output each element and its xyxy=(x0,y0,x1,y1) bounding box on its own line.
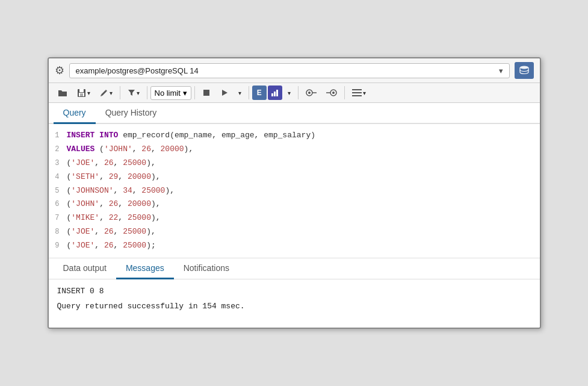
edit-button[interactable]: ▾ xyxy=(96,86,117,99)
code-line: 1INSERT INTO emp_record(emp_name, emp_ag… xyxy=(49,129,540,143)
execute-dropdown-button[interactable]: ▾ xyxy=(234,87,246,99)
line-number: 2 xyxy=(49,144,67,155)
line-number: 6 xyxy=(49,199,67,210)
code-line: 9('JOE', 26, 25000); xyxy=(49,239,540,253)
connection-string: example/postgres@PostgreSQL 14 xyxy=(76,66,199,75)
line-number: 1 xyxy=(49,130,67,142)
code-content: ('SETH', 29, 20000), xyxy=(67,171,161,184)
line-number: 5 xyxy=(49,185,67,197)
code-content: ('JOE', 26, 25000), xyxy=(67,226,156,238)
open-file-button[interactable] xyxy=(54,86,72,99)
code-line: 3('JOE', 26, 25000), xyxy=(49,157,540,170)
svg-rect-15 xyxy=(352,92,362,93)
code-line: 4('SETH', 29, 20000), xyxy=(49,170,540,184)
code-content: INSERT INTO emp_record(emp_name, emp_age… xyxy=(67,129,315,142)
svg-rect-14 xyxy=(352,89,362,90)
line-number: 4 xyxy=(49,172,67,183)
chevron-down-icon: ▾ xyxy=(499,66,503,75)
tab-notifications[interactable]: Notifications xyxy=(174,258,239,279)
code-line: 5('JOHNSON', 34, 25000), xyxy=(49,184,540,198)
explain-label: E xyxy=(257,89,262,97)
svg-point-11 xyxy=(308,92,311,94)
tab-data-output[interactable]: Data output xyxy=(54,258,116,279)
svg-rect-16 xyxy=(352,95,362,96)
output-line: Query returned successfully in 154 msec. xyxy=(57,302,531,311)
code-content: ('JOHN', 26, 20000), xyxy=(67,198,161,211)
svg-point-13 xyxy=(332,92,335,94)
line-number: 9 xyxy=(49,240,67,252)
explain-analyze-button[interactable] xyxy=(268,86,282,100)
tab-query-history[interactable]: Query History xyxy=(96,103,167,124)
query-tabs-row: Query Query History xyxy=(49,103,540,124)
edit-dropdown-icon: ▾ xyxy=(110,90,113,96)
tab-query[interactable]: Query xyxy=(54,103,96,124)
svg-rect-8 xyxy=(274,92,276,96)
execute-button[interactable] xyxy=(216,86,233,99)
explain-button[interactable]: E xyxy=(252,86,267,100)
code-content: ('JOE', 26, 25000); xyxy=(67,240,156,252)
separator-6 xyxy=(344,86,345,99)
limit-dropdown-icon: ▾ xyxy=(183,89,187,98)
svg-rect-9 xyxy=(276,90,278,96)
code-content: VALUES ('JOHN', 26, 20000), xyxy=(67,143,194,156)
connection-bar: ⚙ example/postgres@PostgreSQL 14 ▾ xyxy=(49,58,540,83)
code-line: 7('MIKE', 22, 25000), xyxy=(49,211,540,225)
code-editor[interactable]: 1INSERT INTO emp_record(emp_name, emp_ag… xyxy=(49,124,540,258)
execute-chevron-icon: ▾ xyxy=(238,90,241,96)
separator-2 xyxy=(147,86,147,99)
filter-dropdown-icon: ▾ xyxy=(137,90,140,96)
separator-1 xyxy=(120,86,120,99)
line-number: 3 xyxy=(49,158,67,169)
svg-rect-5 xyxy=(203,90,209,96)
toolbar: ▾ ▾ ▾ No limit ▾ ▾ E xyxy=(49,83,540,103)
svg-rect-4 xyxy=(80,93,83,96)
code-content: ('MIKE', 22, 25000), xyxy=(67,212,161,225)
output-line: INSERT 0 8 xyxy=(57,287,531,296)
svg-point-0 xyxy=(520,66,528,69)
result-tabs-row: Data output Messages Notifications xyxy=(49,258,540,279)
svg-marker-6 xyxy=(222,90,227,96)
svg-rect-2 xyxy=(79,89,84,92)
connection-icon: ⚙ xyxy=(55,64,64,77)
limit-label: No limit xyxy=(155,89,181,98)
code-content: ('JOE', 26, 25000), xyxy=(67,157,156,170)
code-content: ('JOHNSON', 34, 25000), xyxy=(67,185,175,198)
code-line: 2VALUES ('JOHN', 26, 20000), xyxy=(49,143,540,157)
analyze-dropdown-button[interactable]: ▾ xyxy=(283,87,295,99)
filter-button[interactable]: ▾ xyxy=(123,87,144,99)
separator-5 xyxy=(298,86,299,99)
commit-button[interactable] xyxy=(302,86,321,99)
save-dropdown-icon: ▾ xyxy=(87,90,90,96)
rollback-button[interactable] xyxy=(322,86,341,99)
menu-chevron-icon: ▾ xyxy=(363,90,366,96)
analyze-chevron-icon: ▾ xyxy=(288,90,291,96)
limit-select[interactable]: No limit ▾ xyxy=(150,86,191,100)
line-number: 8 xyxy=(49,226,67,238)
menu-button[interactable]: ▾ xyxy=(348,86,370,99)
connection-label[interactable]: example/postgres@PostgreSQL 14 ▾ xyxy=(69,63,510,78)
output-area: INSERT 0 8Query returned successfully in… xyxy=(49,279,540,328)
tab-messages[interactable]: Messages xyxy=(116,258,174,279)
code-line: 6('JOHN', 26, 20000), xyxy=(49,198,540,211)
save-button[interactable]: ▾ xyxy=(73,86,94,100)
stop-button[interactable] xyxy=(198,86,215,99)
line-number: 7 xyxy=(49,213,67,224)
separator-4 xyxy=(249,86,249,99)
database-icon[interactable] xyxy=(515,62,534,79)
svg-rect-7 xyxy=(271,93,273,96)
separator-3 xyxy=(194,86,195,99)
main-window: ⚙ example/postgres@PostgreSQL 14 ▾ ▾ ▾ xyxy=(48,57,541,328)
code-line: 8('JOE', 26, 25000), xyxy=(49,225,540,239)
